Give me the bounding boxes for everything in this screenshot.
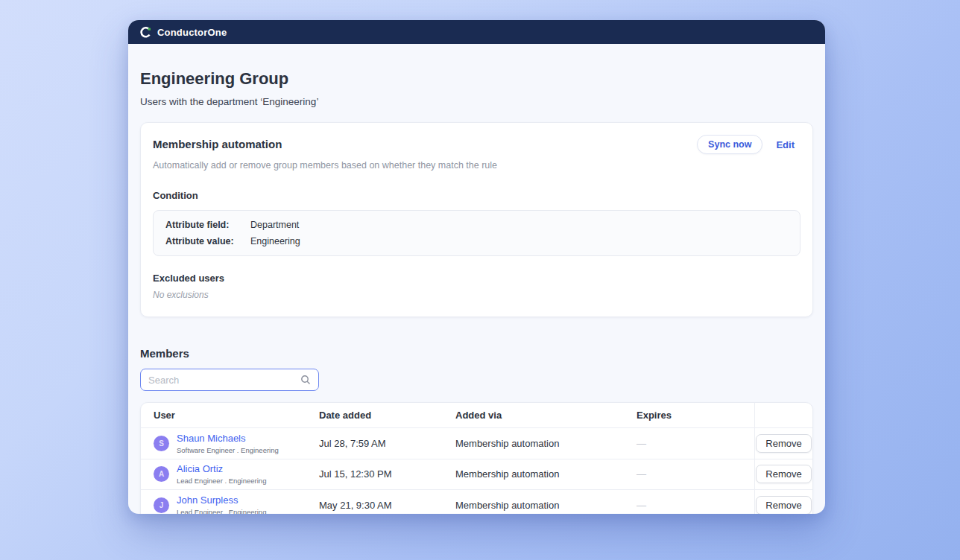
remove-button[interactable]: Remove <box>756 434 811 453</box>
user-name-link[interactable]: Shaun Michaels <box>177 433 246 444</box>
remove-button[interactable]: Remove <box>756 496 811 514</box>
page-subtitle: Users with the department ‘Engineering’ <box>140 96 813 107</box>
avatar: A <box>154 466 169 482</box>
added-via-cell: Membership automation <box>455 438 637 449</box>
expires-cell: — <box>637 468 754 480</box>
user-name-link[interactable]: Alicia Ortiz <box>177 463 223 474</box>
added-via-cell: Membership automation <box>455 500 637 511</box>
date-added-cell: Jul 28, 7:59 AM <box>319 438 455 449</box>
members-search <box>140 369 319 391</box>
automation-description: Automatically add or remove group member… <box>153 160 800 171</box>
membership-automation-card: Membership automation Sync now Edit Auto… <box>140 122 813 317</box>
remove-button[interactable]: Remove <box>756 465 811 483</box>
table-row: J John Surpless Lead Engineer . Engineer… <box>141 490 812 514</box>
col-expires: Expires <box>637 410 754 421</box>
excluded-users-label: Excluded users <box>153 273 800 284</box>
condition-label: Condition <box>153 190 800 201</box>
added-via-cell: Membership automation <box>455 468 637 480</box>
col-date-added: Date added <box>319 410 455 421</box>
attribute-field-label: Attribute field: <box>165 220 240 230</box>
expires-cell: — <box>637 500 754 511</box>
search-input[interactable] <box>148 375 300 386</box>
members-heading: Members <box>140 347 813 360</box>
edit-link[interactable]: Edit <box>776 139 795 150</box>
col-added-via: Added via <box>455 410 637 421</box>
date-added-cell: Jul 15, 12:30 PM <box>319 468 455 480</box>
excluded-users-value: No exclusions <box>153 290 800 300</box>
conductorone-logo-icon <box>140 27 151 38</box>
expires-cell: — <box>637 438 754 449</box>
avatar: J <box>154 497 169 513</box>
col-user: User <box>154 410 319 421</box>
sync-now-button[interactable]: Sync now <box>697 135 762 154</box>
attribute-field-value: Department <box>250 220 299 230</box>
user-subtitle: Lead Engineer . Engineering <box>177 477 266 485</box>
app-window: ConductorOne Engineering Group Users wit… <box>128 20 825 514</box>
condition-box: Attribute field: Department Attribute va… <box>153 210 800 256</box>
user-subtitle: Software Engineer . Engineering <box>177 446 279 454</box>
search-icon <box>300 375 311 385</box>
table-header-row: User Date added Added via Expires <box>141 403 812 428</box>
avatar: S <box>154 436 169 451</box>
table-row: S Shaun Michaels Software Engineer . Eng… <box>141 428 812 459</box>
table-row: A Alicia Ortiz Lead Engineer . Engineeri… <box>141 459 812 491</box>
attribute-value-label: Attribute value: <box>165 236 240 246</box>
page-title: Engineering Group <box>140 69 813 89</box>
user-name-link[interactable]: John Surpless <box>177 494 238 506</box>
automation-title: Membership automation <box>153 135 282 150</box>
col-actions <box>754 403 812 427</box>
user-subtitle: Lead Engineer . Engineering <box>177 508 266 514</box>
attribute-value-row: Attribute value: Engineering <box>165 236 788 246</box>
members-table: User Date added Added via Expires S Shau… <box>140 402 813 514</box>
attribute-field-row: Attribute field: Department <box>165 220 788 230</box>
brand-name: ConductorOne <box>157 27 227 38</box>
attribute-value-value: Engineering <box>250 236 300 246</box>
titlebar: ConductorOne <box>128 20 825 44</box>
page-content: Engineering Group Users with the departm… <box>128 44 825 514</box>
date-added-cell: May 21, 9:30 AM <box>319 500 455 511</box>
